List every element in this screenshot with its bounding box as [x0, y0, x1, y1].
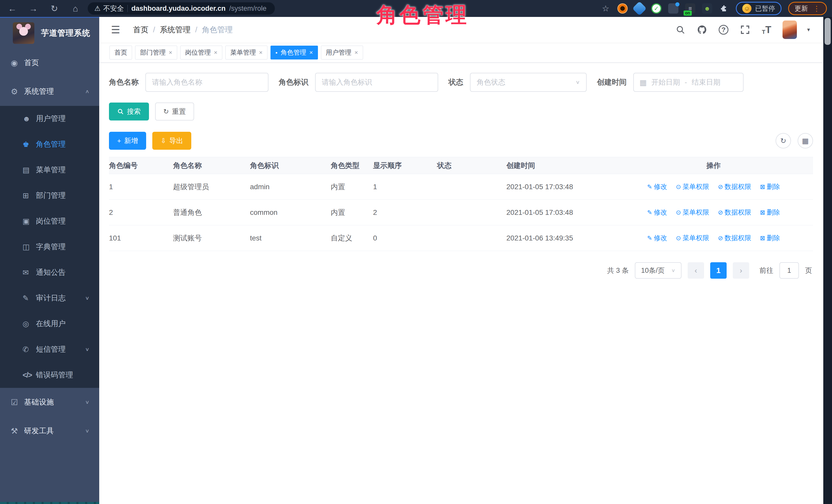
- role-key-label: 角色标识: [279, 77, 308, 87]
- chevron-down-icon: ∨: [85, 295, 89, 301]
- edit-link[interactable]: ✎修改: [647, 182, 667, 191]
- hamburger-icon[interactable]: ☰: [107, 24, 124, 36]
- breadcrumb-separator: /: [153, 25, 155, 34]
- table-row: 2 普通角色 common 内置 2 2021-01-05 17:03:48 ✎…: [109, 200, 813, 226]
- sidebar-item-audit-log[interactable]: ✎ 审计日志 ∨: [0, 285, 99, 311]
- data-permission-link[interactable]: ⊘数据权限: [718, 234, 751, 242]
- refresh-table-button[interactable]: ↻: [776, 133, 791, 149]
- close-icon[interactable]: ×: [259, 49, 263, 56]
- forward-icon[interactable]: →: [28, 4, 39, 14]
- extension-onetab-icon[interactable]: on≡: [685, 3, 695, 14]
- tab-roles[interactable]: ● 角色管理×: [270, 46, 318, 59]
- sidebar-item-sms[interactable]: ✆ 短信管理 ∨: [0, 337, 99, 362]
- app-logo-block[interactable]: 芋道管理系统: [0, 18, 99, 49]
- warning-icon: ⚠: [94, 4, 101, 12]
- close-icon[interactable]: ×: [355, 49, 358, 56]
- search-button[interactable]: 搜索: [109, 103, 149, 121]
- sidebar-item-label: 在线用户: [36, 319, 66, 329]
- sidebar-item-dict[interactable]: ◫ 字典管理: [0, 234, 99, 260]
- close-icon[interactable]: ×: [310, 49, 313, 56]
- scrollbar-thumb[interactable]: [825, 18, 831, 45]
- menu-permission-link[interactable]: ⊙菜单权限: [676, 208, 709, 217]
- paused-extension-pill[interactable]: ☺ 已暂停: [736, 2, 781, 15]
- extension-adguard-icon[interactable]: ✓: [651, 3, 661, 14]
- breadcrumb-home[interactable]: 首页: [133, 25, 149, 35]
- export-button[interactable]: ⇩ 导出: [152, 132, 191, 150]
- edit-link[interactable]: ✎修改: [647, 234, 667, 242]
- sidebar-item-error-codes[interactable]: </> 错误码管理: [0, 362, 99, 388]
- role-key-input[interactable]: [315, 73, 438, 92]
- delete-link[interactable]: ⊠删除: [760, 208, 780, 217]
- reload-icon[interactable]: ↻: [49, 3, 60, 14]
- address-bar[interactable]: ⚠ 不安全 dashboard.yudao.iocoder.cn /system…: [88, 2, 275, 15]
- sidebar-item-menus[interactable]: ▤ 菜单管理: [0, 157, 99, 183]
- back-icon[interactable]: ←: [7, 4, 18, 14]
- tab-posts[interactable]: 岗位管理×: [180, 46, 222, 59]
- close-icon[interactable]: ×: [214, 49, 217, 56]
- sidebar-item-home[interactable]: ◉ 首页: [0, 49, 99, 77]
- sidebar-item-label: 通知公告: [36, 267, 66, 277]
- extension-screenshot-icon[interactable]: [668, 3, 678, 14]
- cell-key: common: [250, 208, 331, 217]
- search-icon[interactable]: [675, 24, 686, 35]
- font-size-icon[interactable]: TT: [761, 24, 772, 35]
- breadcrumb-system[interactable]: 系统管理: [160, 25, 190, 35]
- tab-users[interactable]: 用户管理×: [321, 46, 363, 59]
- sidebar-item-posts[interactable]: ▣ 岗位管理: [0, 208, 99, 234]
- sidebar-item-label: 研发工具: [24, 426, 54, 436]
- github-icon[interactable]: [696, 24, 708, 35]
- sms-icon: ✆: [23, 345, 36, 354]
- avatar-caret-icon[interactable]: ▾: [807, 26, 810, 33]
- page-size-select[interactable]: 10条/页 ∨: [635, 262, 681, 278]
- security-warning[interactable]: ⚠ 不安全: [94, 4, 124, 13]
- prev-page-button[interactable]: ‹: [688, 262, 704, 278]
- sidebar-item-infrastructure[interactable]: ☑ 基础设施 ∨: [0, 388, 99, 417]
- sidebar-item-label: 部门管理: [36, 190, 66, 201]
- sidebar-item-online-users[interactable]: ◎ 在线用户: [0, 311, 99, 337]
- fullscreen-icon[interactable]: [739, 24, 751, 35]
- date-range-picker[interactable]: ▦ 开始日期 - 结束日期: [633, 73, 744, 92]
- sidebar-item-dev-tools[interactable]: ⚒ 研发工具 ∨: [0, 417, 99, 445]
- page-scrollbar[interactable]: [823, 17, 832, 504]
- extension-gem-icon[interactable]: [632, 1, 647, 16]
- bookmark-star-icon[interactable]: ☆: [600, 3, 611, 14]
- reset-button[interactable]: ↻ 重置: [155, 103, 194, 121]
- sidebar-item-system[interactable]: ⚙ 系统管理 ∧: [0, 77, 99, 106]
- sidebar-item-notice[interactable]: ✉ 通知公告: [0, 260, 99, 285]
- status-label: 状态: [448, 77, 463, 87]
- next-page-button[interactable]: ›: [733, 262, 749, 278]
- page-1-button[interactable]: 1: [710, 262, 727, 278]
- tab-home[interactable]: 首页: [109, 46, 132, 59]
- menu-permission-link[interactable]: ⊙菜单权限: [676, 182, 709, 191]
- status-select[interactable]: 角色状态 ∨: [470, 73, 587, 92]
- kebab-menu-icon[interactable]: ⋮: [813, 4, 821, 13]
- home-icon[interactable]: ⌂: [70, 4, 81, 14]
- goto-page-input[interactable]: [779, 262, 799, 278]
- menu-permission-icon: ⊙: [676, 183, 681, 190]
- sidebar-item-label: 角色管理: [36, 139, 66, 150]
- data-permission-link[interactable]: ⊘数据权限: [718, 208, 751, 217]
- extensions-puzzle-icon[interactable]: [719, 3, 729, 14]
- system-submenu: ☻ 用户管理 ♚ 角色管理 ▤ 菜单管理 ⊞ 部门管理 ▣ 岗位管理 ◫ 字典管…: [0, 106, 99, 388]
- tab-departments[interactable]: 部门管理×: [135, 46, 177, 59]
- tab-menus[interactable]: 菜单管理×: [225, 46, 267, 59]
- data-permission-link[interactable]: ⊘数据权限: [718, 182, 751, 191]
- update-button[interactable]: 更新 ⋮: [788, 2, 827, 15]
- delete-link[interactable]: ⊠删除: [760, 234, 780, 242]
- extension-target-icon[interactable]: [617, 3, 628, 14]
- extension-frog-icon[interactable]: ☻: [702, 3, 712, 14]
- edit-link[interactable]: ✎修改: [647, 208, 667, 217]
- role-name-input[interactable]: [146, 73, 268, 92]
- add-button[interactable]: + 新增: [109, 132, 146, 150]
- close-icon[interactable]: ×: [169, 49, 172, 56]
- menu-permission-link[interactable]: ⊙菜单权限: [676, 234, 709, 242]
- sidebar-item-users[interactable]: ☻ 用户管理: [0, 106, 99, 132]
- delete-link[interactable]: ⊠删除: [760, 182, 780, 191]
- user-avatar[interactable]: [782, 21, 797, 39]
- help-icon[interactable]: ?: [718, 24, 729, 35]
- sidebar-item-departments[interactable]: ⊞ 部门管理: [0, 183, 99, 208]
- sidebar-item-roles[interactable]: ♚ 角色管理: [0, 132, 99, 157]
- chevron-down-icon: ∨: [85, 347, 89, 352]
- list-icon: ▤: [23, 166, 36, 174]
- column-settings-button[interactable]: ▦: [798, 133, 813, 149]
